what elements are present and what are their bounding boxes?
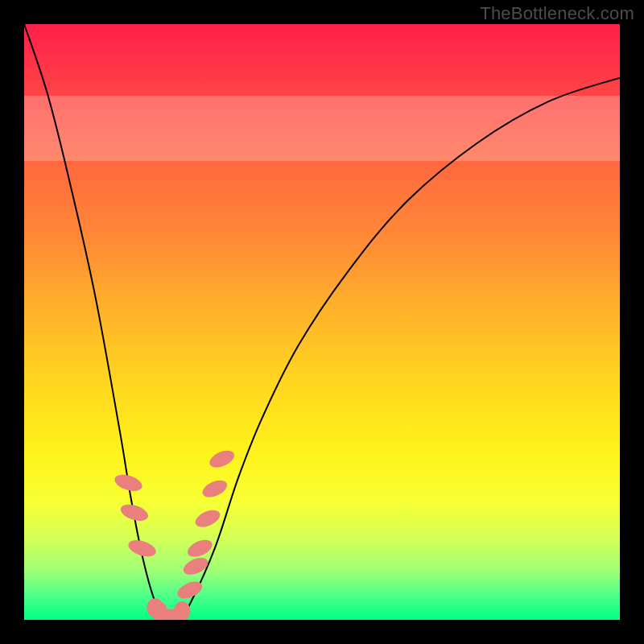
data-bead [185, 536, 215, 559]
data-bead [113, 472, 144, 494]
data-bead [174, 601, 191, 620]
data-bead [207, 447, 237, 470]
data-bead [181, 555, 211, 578]
data-bead [200, 477, 229, 500]
curve-path [24, 24, 620, 620]
data-bead [192, 506, 222, 530]
data-beads-group [113, 447, 237, 620]
bottleneck-curve [24, 24, 620, 620]
watermark-label: TheBottleneck.com [480, 3, 634, 24]
plot-area [24, 24, 620, 620]
chart-frame: TheBottleneck.com [0, 0, 644, 644]
